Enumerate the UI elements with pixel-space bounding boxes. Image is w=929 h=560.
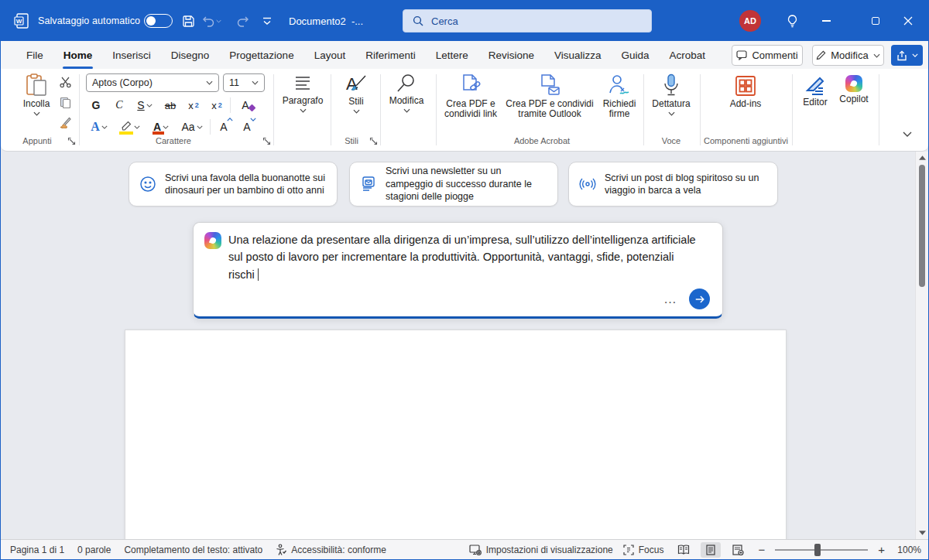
word-count[interactable]: 0 parole [77, 545, 111, 555]
close-button[interactable] [897, 10, 919, 32]
document-canvas: Scrivi una favola della buonanotte sui d… [1, 152, 928, 539]
scroll-up-icon[interactable] [916, 152, 928, 163]
font-size-combo[interactable]: 11 [223, 73, 265, 92]
format-painter-icon[interactable] [57, 114, 74, 131]
display-settings-button[interactable]: Impostazioni di visualizzazione [469, 545, 613, 555]
collapse-ribbon-chevron-icon[interactable] [899, 126, 916, 143]
dictate-button[interactable]: Dettatura [648, 73, 694, 116]
save-icon[interactable] [177, 10, 199, 32]
scroll-down-icon[interactable] [916, 528, 928, 538]
paragraph-button[interactable]: Paragrafo [278, 73, 327, 113]
autosave-toggle[interactable] [144, 14, 173, 28]
zoom-slider[interactable] [775, 549, 868, 551]
font-dialog-launcher-icon[interactable] [262, 137, 272, 146]
font-color-button[interactable]: A [148, 118, 174, 136]
redo-icon[interactable] [231, 10, 253, 32]
tab-inserisci[interactable]: Inserisci [102, 41, 161, 69]
group-label-addins: Componenti aggiuntivi [698, 136, 794, 145]
document-title[interactable]: Documento2 -... [289, 15, 363, 27]
tab-guida[interactable]: Guida [612, 41, 660, 69]
share-button[interactable] [891, 45, 923, 66]
read-mode-icon[interactable] [674, 542, 694, 558]
font-name-combo[interactable]: Aptos (Corpo) [86, 73, 219, 92]
text-effects-button[interactable]: A [86, 118, 112, 136]
tab-acrobat[interactable]: Acrobat [660, 41, 716, 69]
copilot-suggestion-card-1[interactable]: Scrivi una favola della buonanotte sui d… [129, 162, 338, 207]
superscript-button[interactable]: x2 [207, 96, 227, 114]
bold-button[interactable]: G [86, 96, 106, 114]
strikethrough-button[interactable]: ab [160, 96, 180, 114]
zoom-slider-thumb[interactable] [814, 544, 821, 556]
copy-icon[interactable] [57, 94, 74, 111]
tell-me-lightbulb-icon[interactable] [781, 10, 803, 32]
caret-up-icon [227, 118, 233, 121]
italic-button[interactable]: C [109, 96, 129, 114]
tab-home[interactable]: Home [53, 41, 103, 69]
search-input[interactable]: Cerca [403, 9, 652, 32]
zoom-level[interactable]: 100% [895, 545, 921, 555]
tab-lettere[interactable]: Lettere [426, 41, 478, 69]
focus-icon [623, 545, 634, 555]
accessibility-status[interactable]: Accessibilità: conforme [276, 544, 386, 555]
chevron-down-icon [912, 53, 918, 57]
tab-layout[interactable]: Layout [304, 41, 356, 69]
subscript-button[interactable]: x2 [183, 96, 204, 114]
undo-icon[interactable] [201, 10, 222, 32]
copilot-button[interactable]: Copilot [835, 75, 872, 104]
zoom-out-button[interactable]: − [758, 544, 765, 555]
scrollbar-thumb[interactable] [919, 165, 925, 287]
cut-icon[interactable] [57, 74, 74, 90]
underline-button[interactable]: S [132, 96, 157, 114]
customize-quick-access-icon[interactable] [256, 10, 278, 32]
editing-button[interactable]: Modifica [383, 73, 430, 113]
change-case-button[interactable]: Aa [177, 118, 207, 136]
send-button[interactable] [689, 289, 710, 309]
styles-dialog-launcher-icon[interactable] [369, 137, 379, 146]
ribbon-tabs: File Home Inserisci Disegno Progettazion… [16, 41, 715, 69]
tab-file[interactable]: File [16, 41, 53, 69]
web-layout-icon[interactable] [728, 542, 748, 558]
text-completion-status[interactable]: Completamento del testo: attivato [124, 545, 262, 555]
edit-mode-button[interactable]: Modifica [812, 45, 884, 66]
tab-revisione[interactable]: Revisione [478, 41, 544, 69]
grow-font-button[interactable]: A [214, 118, 234, 136]
request-signatures-button[interactable]: Richiedi firme [597, 73, 642, 120]
create-pdf-share-link-button[interactable]: Crea PDF e condividi link [441, 73, 501, 120]
tab-disegno[interactable]: Disegno [161, 41, 220, 69]
editor-button[interactable]: Editor [797, 75, 834, 108]
account-avatar[interactable]: AD [739, 10, 761, 32]
copilot-prompt-box[interactable]: Una relazione da presentare alla dirigen… [193, 222, 723, 319]
copilot-prompt-text[interactable]: Una relazione da presentare alla dirigen… [228, 231, 701, 283]
smiley-icon [139, 176, 156, 193]
shrink-font-button[interactable]: A [237, 118, 257, 136]
more-options-button[interactable]: … [663, 295, 677, 303]
focus-mode-button[interactable]: Focus [623, 545, 664, 555]
tab-riferimenti[interactable]: Riferimenti [355, 41, 426, 69]
document-page[interactable] [125, 330, 787, 546]
paste-button[interactable]: Incolla [16, 73, 57, 116]
clear-formatting-button[interactable]: A [234, 96, 257, 114]
group-label-font: Carattere [86, 136, 261, 145]
comments-button[interactable]: Commenti [732, 45, 803, 66]
create-pdf-share-outlook-button[interactable]: Crea PDF e condividi tramite Outlook [504, 73, 595, 120]
clipboard-dialog-launcher-icon[interactable] [67, 137, 77, 146]
maximize-button[interactable] [865, 10, 886, 32]
accessibility-person-icon [276, 544, 286, 555]
print-layout-icon[interactable] [701, 542, 721, 558]
word-app-icon[interactable]: W [13, 12, 30, 29]
vertical-scrollbar[interactable] [915, 152, 928, 539]
text-highlight-button[interactable] [115, 118, 145, 136]
minimize-button[interactable] [815, 10, 837, 32]
copilot-suggestion-card-3[interactable]: Scrivi un post di blog spiritoso su un v… [568, 162, 778, 207]
addins-button[interactable]: Add-ins [721, 75, 770, 109]
font-color-swatch [153, 131, 164, 135]
styles-button[interactable]: A Stili [335, 73, 377, 114]
styles-brush-icon: A [345, 73, 368, 94]
copilot-suggestion-card-2[interactable]: Scrivi una newsletter su un campeggio di… [349, 162, 558, 207]
page-indicator[interactable]: Pagina 1 di 1 [10, 545, 64, 555]
chevron-down-icon [300, 108, 307, 113]
zoom-in-button[interactable]: + [878, 544, 885, 555]
pencil-icon [816, 50, 826, 60]
tab-visualizza[interactable]: Visualizza [544, 41, 612, 69]
tab-progettazione[interactable]: Progettazione [219, 41, 303, 69]
